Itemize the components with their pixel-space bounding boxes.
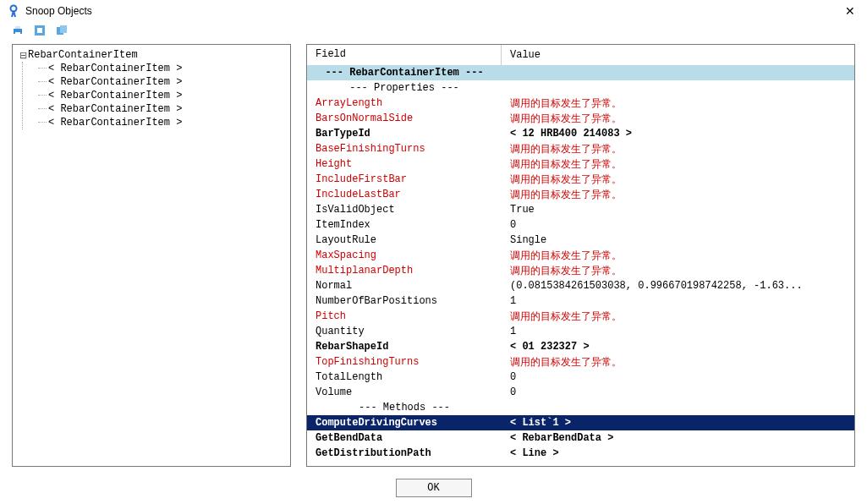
svg-rect-2 (15, 26, 20, 29)
property-row[interactable]: MultiplanarDepth调用的目标发生了异常。 (307, 263, 854, 278)
property-row[interactable]: IsValidObjectTrue (307, 202, 854, 217)
field-cell: --- Properties --- (307, 82, 502, 94)
app-icon (7, 4, 20, 18)
value-cell: 调用的目标发生了异常。 (502, 173, 854, 187)
property-row[interactable]: BarTypeId< 12 HRB400 214083 > (307, 126, 854, 141)
window-title: Snoop Objects (25, 5, 92, 17)
tree-child-node[interactable]: < RebarContainerItem > (38, 102, 285, 116)
value-cell: < List`1 > (502, 417, 854, 429)
value-cell: 调用的目标发生了异常。 (502, 142, 854, 156)
property-row[interactable]: Volume0 (307, 385, 854, 400)
bottom-bar: OK (0, 472, 867, 504)
tree-child-node[interactable]: < RebarContainerItem > (38, 89, 285, 102)
value-cell: 1 (502, 326, 854, 337)
field-cell: ArrayLength (307, 97, 502, 109)
field-cell: --- Methods --- (307, 402, 502, 414)
field-cell: NumberOfBarPositions (307, 295, 502, 307)
value-cell: 0 (502, 219, 854, 231)
content-area: ⊟ RebarContainerItem < RebarContainerIte… (0, 44, 867, 467)
property-row[interactable]: Normal(0.0815384261503038, 0.99667019874… (307, 278, 854, 293)
property-row[interactable]: LayoutRuleSingle (307, 233, 854, 248)
property-row[interactable]: NumberOfBarPositions1 (307, 293, 854, 309)
tree-child-label: < RebarContainerItem > (48, 103, 182, 115)
value-cell: 调用的目标发生了异常。 (502, 157, 854, 172)
field-cell: IncludeFirstBar (307, 173, 502, 185)
svg-rect-7 (60, 25, 67, 33)
value-cell: 0 (502, 386, 854, 398)
value-cell: < RebarBendData > (502, 432, 854, 444)
value-cell: 0 (502, 371, 854, 383)
tree-child-label: < RebarContainerItem > (48, 90, 182, 101)
field-cell: BarTypeId (307, 128, 502, 140)
method-row[interactable]: ComputeDrivingCurves< List`1 > (307, 415, 854, 430)
property-row[interactable]: BaseFinishingTurns调用的目标发生了异常。 (307, 141, 854, 156)
property-row[interactable]: TopFinishingTurns调用的目标发生了异常。 (307, 354, 854, 370)
property-row[interactable]: IncludeLastBar调用的目标发生了异常。 (307, 187, 854, 202)
property-row[interactable]: RebarShapeId< 01 232327 > (307, 339, 854, 354)
close-icon[interactable]: ✕ (840, 4, 860, 18)
section-class-header[interactable]: --- RebarContainerItem --- (307, 65, 854, 80)
ok-button[interactable]: OK (396, 479, 472, 497)
tree-child-node[interactable]: < RebarContainerItem > (38, 62, 285, 75)
collapse-icon[interactable]: ⊟ (18, 50, 28, 61)
value-cell: 调用的目标发生了异常。 (502, 112, 854, 126)
titlebar: Snoop Objects ✕ (0, 0, 867, 22)
value-cell: < 01 232327 > (502, 341, 854, 353)
value-cell: 调用的目标发生了异常。 (502, 264, 854, 278)
property-grid: Field Value --- RebarContainerItem --- -… (306, 44, 855, 467)
value-cell: 调用的目标发生了异常。 (502, 188, 854, 202)
field-cell: GetDistributionPath (307, 447, 502, 459)
tree-panel[interactable]: ⊟ RebarContainerItem < RebarContainerIte… (12, 44, 291, 467)
svg-rect-5 (37, 28, 42, 33)
field-cell: Height (307, 158, 502, 170)
method-row[interactable]: GetBendData< RebarBendData > (307, 430, 854, 446)
field-cell: --- RebarContainerItem --- (307, 67, 502, 79)
toolbar-action-1-icon[interactable] (32, 23, 47, 38)
field-cell: BarsOnNormalSide (307, 112, 502, 124)
value-cell: < 12 HRB400 214083 > (502, 128, 854, 140)
field-cell: Normal (307, 280, 502, 292)
property-row[interactable]: BarsOnNormalSide调用的目标发生了异常。 (307, 111, 854, 126)
toolbar (0, 22, 867, 44)
property-row[interactable]: Quantity1 (307, 324, 854, 339)
field-cell: MaxSpacing (307, 249, 502, 261)
value-cell: 调用的目标发生了异常。 (502, 310, 854, 324)
field-cell: ItemIndex (307, 219, 502, 231)
svg-rect-3 (15, 32, 20, 35)
header-field[interactable]: Field (307, 45, 502, 65)
tree-child-node[interactable]: < RebarContainerItem > (38, 116, 285, 129)
grid-body[interactable]: --- RebarContainerItem --- --- Propertie… (307, 65, 854, 466)
field-cell: TopFinishingTurns (307, 356, 502, 368)
tree-child-node[interactable]: < RebarContainerItem > (38, 75, 285, 89)
value-cell: True (502, 204, 854, 216)
section-methods-header[interactable]: --- Methods --- (307, 400, 854, 415)
property-row[interactable]: MaxSpacing调用的目标发生了异常。 (307, 248, 854, 263)
property-row[interactable]: ItemIndex0 (307, 217, 854, 233)
property-row[interactable]: TotalLength0 (307, 370, 854, 385)
grid-header: Field Value (307, 45, 854, 65)
value-cell: 调用的目标发生了异常。 (502, 96, 854, 111)
field-cell: ComputeDrivingCurves (307, 417, 502, 429)
value-cell: (0.0815384261503038, 0.996670198742258, … (502, 280, 854, 292)
tree-child-label: < RebarContainerItem > (48, 63, 182, 74)
property-row[interactable]: Pitch调用的目标发生了异常。 (307, 309, 854, 324)
property-row[interactable]: ArrayLength调用的目标发生了异常。 (307, 96, 854, 111)
toolbar-action-2-icon[interactable] (54, 23, 69, 38)
tree-root-node[interactable]: ⊟ RebarContainerItem (18, 48, 285, 62)
field-cell: Quantity (307, 326, 502, 337)
method-row[interactable]: GetDistributionPath< Line > (307, 446, 854, 461)
field-cell: BaseFinishingTurns (307, 143, 502, 155)
tree-child-label: < RebarContainerItem > (48, 76, 182, 88)
section-properties-header[interactable]: --- Properties --- (307, 80, 854, 96)
field-cell: LayoutRule (307, 234, 502, 246)
field-cell: IncludeLastBar (307, 189, 502, 200)
print-icon[interactable] (10, 23, 25, 38)
property-row[interactable]: IncludeFirstBar调用的目标发生了异常。 (307, 172, 854, 187)
property-row[interactable]: Height调用的目标发生了异常。 (307, 156, 854, 172)
header-value[interactable]: Value (502, 46, 854, 64)
svg-point-0 (11, 6, 17, 12)
value-cell: 调用的目标发生了异常。 (502, 355, 854, 370)
value-cell: 调用的目标发生了异常。 (502, 249, 854, 263)
field-cell: Pitch (307, 310, 502, 322)
field-cell: Volume (307, 386, 502, 398)
